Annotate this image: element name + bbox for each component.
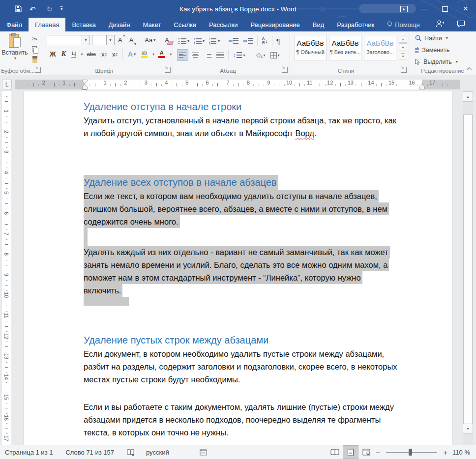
document-line[interactable]: содержится очень много. [84,215,423,228]
collapse-ribbon-button[interactable] [466,66,473,72]
document-line[interactable]: поможет нам в этом стандартный инструмен… [84,271,423,284]
document-line[interactable]: включить. [84,284,423,297]
replace-button[interactable]: abac Заменить [409,45,476,55]
macro-record-button[interactable] [200,449,207,456]
page-count[interactable]: Страница 1 из 1 [5,449,53,456]
show-paragraph-marks-button[interactable]: ¶ [275,35,282,46]
superscript-button[interactable]: x2 [111,49,119,59]
tab-file[interactable]: Файл [0,18,29,31]
read-mode-button[interactable] [327,445,343,459]
style-no-spacing[interactable]: АаБбВв ¶ Без инте... [329,35,361,60]
style-normal[interactable]: АаБбВв ¶ Обычный [294,35,327,60]
bold-button[interactable]: Ж [48,49,58,59]
undo-button[interactable]: ↶▾ [30,5,39,13]
multilevel-list-button[interactable]: ▾ [208,35,221,46]
paste-button[interactable]: Вставить ▾ [3,34,27,66]
zoom-slider[interactable] [386,445,437,459]
tab-references[interactable]: Ссылки [167,18,203,31]
font-name-combo[interactable]: ▾ [47,35,90,45]
tab-home[interactable]: Главная [29,18,65,31]
italic-button[interactable]: К [60,49,68,59]
tab-insert[interactable]: Вставка [65,18,102,31]
styles-scroll-up-button[interactable]: ▴ [399,35,407,43]
tab-review[interactable]: Рецензирование [244,18,306,31]
font-color-button[interactable]: А [157,49,166,59]
ribbon-display-options-button[interactable]: ▲ [393,0,414,18]
language-indicator[interactable]: русский [146,449,169,456]
document-line[interactable]: Если и вы работаете с таким документом, … [84,401,423,413]
customize-quick-access-button[interactable]: ▾ [60,6,62,11]
dialog-launcher-font[interactable] [165,67,171,73]
word-count[interactable]: Слово 71 из 157 [65,449,114,456]
find-button[interactable]: Найти ▾ [409,33,476,43]
styles-scroll-down-button[interactable]: ▾ [399,43,407,51]
line-spacing-button[interactable]: ↕▾ [232,50,247,60]
align-center-button[interactable] [190,50,201,60]
zoom-level[interactable]: 110 % [452,449,470,456]
dialog-launcher-clipboard[interactable] [35,67,41,73]
horizontal-ruler[interactable]: 211234567891011121314151617 [15,80,460,89]
document-line[interactable]: Удалить отступ, установленный в начале п… [84,114,423,127]
document-line[interactable]: Удалять каждый из них отдельно - вариант… [84,246,423,258]
dialog-launcher-paragraph[interactable] [282,67,288,73]
save-button[interactable] [15,5,22,12]
misspelled-word[interactable]: Ворд [295,129,314,138]
proofing-errors-button[interactable] [127,449,135,456]
right-indent-marker[interactable] [419,84,425,89]
sign-in-button[interactable] [436,20,444,29]
format-painter-button[interactable] [30,55,40,64]
document-line[interactable]: и любой другой символ, знак или объект в… [84,127,423,140]
share-comment-button[interactable] [457,20,465,29]
shrink-font-button[interactable]: А▼ [128,34,137,45]
tab-view[interactable]: Вид [306,18,331,31]
vertical-ruler[interactable]: 1234567891011121314151617 [2,91,11,445]
tab-design[interactable]: Дизайн [102,18,137,31]
document-page[interactable]: Удаление отступа в начале строкиУдалить … [24,91,452,445]
tab-layout[interactable]: Макет [136,18,167,31]
justify-button[interactable] [215,50,225,60]
document-heading[interactable]: Удаление пустых строк между абзацами [84,333,423,347]
document-line[interactable]: местах пустые строки будут необходимы. [84,373,423,386]
tab-developer[interactable]: Разработчик [330,18,381,31]
zoom-slider-thumb[interactable] [409,449,412,456]
underline-button[interactable]: Ч [70,49,77,59]
subscript-button[interactable]: x2 [100,49,108,59]
scrollbar-thumb[interactable] [463,115,473,434]
copy-button[interactable] [30,45,40,54]
style-heading1[interactable]: АаБбВв Заголово... [364,35,396,60]
dialog-launcher-styles[interactable] [401,67,407,73]
minimize-button[interactable] [414,0,435,18]
tab-tellme[interactable]: Помощн [381,18,426,31]
select-button[interactable]: Выделить ▾ [409,57,476,67]
borders-button[interactable]: ▾ [269,50,281,60]
document-line[interactable]: разбит на разделы, содержит заголовки и … [84,360,423,373]
shading-button[interactable]: ▾ [253,50,267,60]
redo-button[interactable]: ↻ [47,5,53,13]
print-layout-button[interactable] [343,445,358,459]
highlight-button[interactable]: ab [140,49,149,59]
scroll-up-button[interactable]: ▲ [463,91,473,102]
first-line-indent-marker[interactable] [82,80,88,89]
styles-more-button[interactable]: ▾ [399,52,407,59]
document-line[interactable]: абзацами придется в несколько подходов, … [84,413,423,426]
decrease-indent-button[interactable]: ⇦ [227,35,240,46]
close-button[interactable]: × [455,0,476,18]
align-right-button[interactable] [203,50,213,60]
tab-mailings[interactable]: Рассылки [203,18,244,31]
document-heading[interactable]: Удаление отступа в начале строки [84,99,423,114]
clear-formatting-button[interactable]: А [163,34,172,45]
tab-stop-selector[interactable]: L [2,80,12,89]
document-line[interactable]: занять немало времени и усилий. Благо, с… [84,258,423,271]
document-line[interactable]: слишком большой, вероятнее всего, абзаце… [84,202,423,215]
scroll-down-button[interactable]: ▼ [463,424,473,434]
increase-indent-button[interactable]: ⇨ [241,35,255,46]
maximize-button[interactable] [435,0,455,18]
change-case-button[interactable]: Aa▾ [143,34,157,45]
zoom-out-button[interactable]: − [374,448,383,457]
numbering-button[interactable]: ▾ [192,35,206,46]
text-effects-button[interactable]: А▾ [126,49,137,59]
document-line[interactable]: Если же текст, в котором вам необходимо … [84,190,423,202]
web-layout-button[interactable] [358,445,374,459]
cut-button[interactable]: ✂ [30,34,40,43]
vertical-scrollbar[interactable]: ▲ ▼ [463,91,473,445]
